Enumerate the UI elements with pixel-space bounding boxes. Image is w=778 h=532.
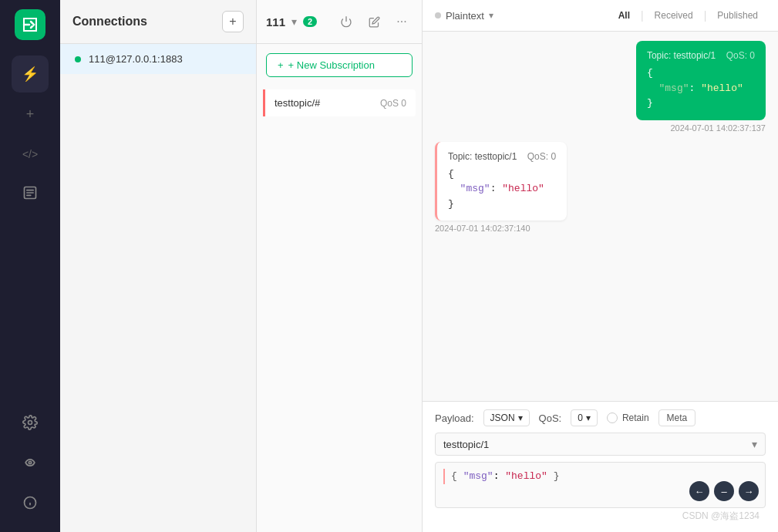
sent-body: { "msg": "hello" } [647,66,755,111]
watermark: CSDN @海盗1234 [435,508,766,524]
topic-chevron-icon: ▾ [752,438,757,450]
add-connection-button[interactable]: + [222,11,244,32]
sent-qos: QoS: 0 [726,50,755,61]
sent-timestamp: 2024-07-01 14:02:37:137 [636,123,766,133]
filter-published-tab[interactable]: Published [709,8,766,23]
subscription-count-badge: 2 [303,16,317,27]
retain-label: Retain [622,412,649,423]
connection-id-label: 111 [266,15,285,29]
message-bubble-sent: Topic: testtopic/1 QoS: 0 { "msg": "hell… [636,41,766,120]
messages-area: Topic: testtopic/1 QoS: 0 { "msg": "hell… [423,32,778,401]
sent-key: "msg" [659,82,689,94]
message-bubble-received: Topic: testtopic/1 QoS: 0 { "msg": "hell… [435,142,567,221]
publish-bar: Payload: JSON ▾ QoS: 0 ▾ Retain Meta tes… [423,401,778,532]
retain-checkbox[interactable]: Retain [607,412,649,423]
payload-actions: ← – → [689,481,759,501]
retain-box [607,412,618,423]
connections-icon: ⚡ [22,66,39,82]
format-label: Plaintext [446,10,484,22]
format-select-value: JSON [490,412,515,423]
qos-select[interactable]: 0 ▾ [571,409,598,426]
gear-icon [22,415,38,434]
topic-row[interactable]: testtopic/1 ▾ [435,433,766,456]
info-icon [22,495,38,514]
connection-chevron-icon[interactable]: ▾ [291,15,297,28]
subscription-topic: testtopic/# [274,97,380,109]
connection-status-dot [75,56,81,62]
message-meta-sent: Topic: testtopic/1 QoS: 0 [647,50,755,61]
connections-header: Connections + [60,0,256,44]
format-chevron-icon: ▾ [489,10,493,21]
received-qos: QoS: 0 [527,151,556,162]
subscribe-icon [22,455,38,474]
sidebar-item-scripting[interactable]: </> [12,136,49,173]
message-meta-received: Topic: testtopic/1 QoS: 0 [448,151,556,162]
payload-next-button[interactable]: → [739,481,759,501]
qos-select-value: 0 [578,412,583,423]
payload-key: "msg" [463,470,493,482]
payload-editor[interactable]: { "msg": "hello" } ← – → [435,462,766,508]
new-subscription-button[interactable]: + + New Subscription [266,53,413,77]
sidebar-item-connections[interactable]: ⚡ [12,56,49,93]
new-subscription-icon: + [278,59,284,71]
power-button[interactable] [335,11,357,32]
qos-label: QoS: [539,412,562,424]
app-logo[interactable] [15,9,45,40]
qos-select-chevron: ▾ [586,412,591,423]
connection-name: 111@127.0.0.1:1883 [89,53,183,65]
sidebar-item-new[interactable]: + [12,96,49,133]
sidebar: ⚡ + </> [0,0,60,532]
meta-button[interactable]: Meta [658,409,696,426]
message-sent: Topic: testtopic/1 QoS: 0 { "msg": "hell… [636,41,766,133]
scripting-icon: </> [22,148,38,160]
topic-value: testtopic/1 [443,439,752,450]
received-body: { "msg": "hello" } [448,167,556,212]
sent-topic: Topic: testtopic/1 [647,50,716,61]
new-subscription-label: + New Subscription [288,59,375,71]
received-timestamp: 2024-07-01 14:02:37:140 [435,224,567,233]
svg-point-4 [29,420,32,424]
subscriptions-header: 111 ▾ 2 ··· [257,0,422,44]
subscription-item[interactable]: testtopic/# QoS 0 [263,89,416,116]
connection-item[interactable]: 111@127.0.0.1:1883 [60,44,256,74]
message-received: Topic: testtopic/1 QoS: 0 { "msg": "hell… [435,142,567,234]
publish-options: Payload: JSON ▾ QoS: 0 ▾ Retain Meta [435,409,766,426]
filter-all-tab[interactable]: All [611,8,638,23]
main-content: Plaintext ▾ All | Received | Published T… [423,0,778,532]
connections-panel: Connections + 111@127.0.0.1:1883 [60,0,257,532]
received-topic: Topic: testtopic/1 [448,151,517,162]
filter-received-tab[interactable]: Received [647,8,701,23]
message-toolbar: Plaintext ▾ All | Received | Published [423,0,778,32]
more-options-button[interactable]: ··· [391,11,413,32]
payload-clear-button[interactable]: – [714,481,734,501]
format-select[interactable]: JSON ▾ [483,409,530,426]
plus-icon: + [26,106,35,123]
sidebar-item-log[interactable] [12,176,49,213]
filter-tabs: All | Received | Published [611,8,766,23]
sidebar-item-subscribe[interactable] [12,446,49,483]
ellipsis-icon: ··· [396,15,406,29]
sidebar-bottom [12,406,49,523]
payload-prev-button[interactable]: ← [689,481,709,501]
connections-title: Connections [72,15,147,29]
received-key: "msg" [460,183,490,194]
sent-value: "hello" [701,82,743,94]
edit-button[interactable] [363,11,385,32]
subscriptions-panel: 111 ▾ 2 ··· + + New Subscription testto [257,0,423,532]
format-dot [435,12,441,19]
received-value: "hello" [502,183,544,194]
subscription-qos: QoS 0 [380,98,406,109]
format-select-chevron: ▾ [518,412,523,423]
sidebar-item-info[interactable] [12,486,49,523]
add-connection-icon: + [229,15,236,29]
logo-icon [21,15,39,34]
svg-point-5 [29,461,31,463]
header-actions: ··· [335,11,413,32]
format-indicator[interactable]: Plaintext ▾ [435,10,493,22]
sidebar-item-settings[interactable] [12,406,49,443]
log-icon [22,185,38,204]
payload-value: "hello" [505,470,547,482]
payload-label: Payload: [435,412,474,424]
